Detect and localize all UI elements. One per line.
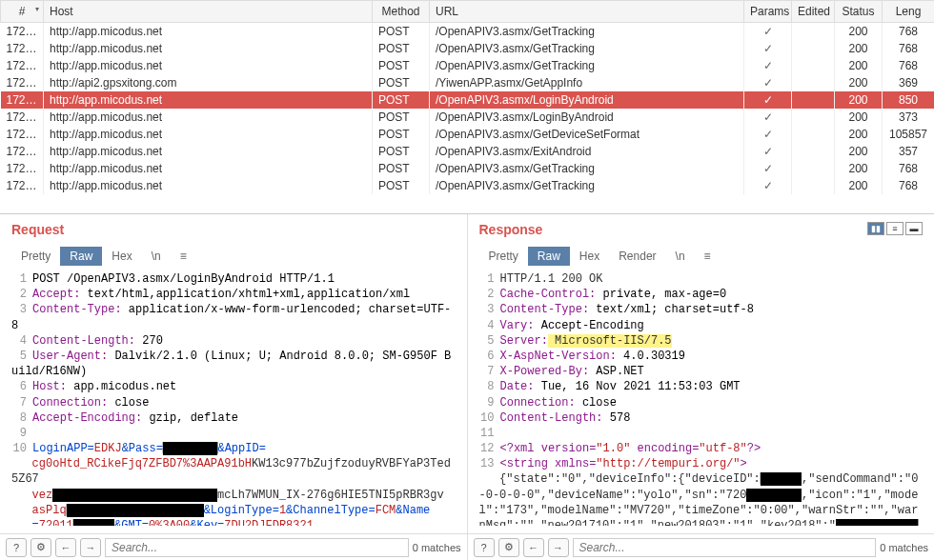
- layout-two-column-icon[interactable]: ▮▮: [867, 222, 884, 235]
- prev-button-resp[interactable]: ←: [523, 538, 544, 557]
- footer: ? ⚙ ← → 0 matches ? ⚙ ← → 0 matches: [0, 533, 934, 560]
- request-title: Request: [11, 222, 456, 237]
- response-title: Response: [479, 222, 924, 237]
- prev-button[interactable]: ←: [55, 538, 76, 557]
- next-button-resp[interactable]: →: [548, 538, 569, 557]
- response-body[interactable]: 1HTTP/1.1 200 OK 2Cache-Control: private…: [479, 271, 924, 526]
- layout-single-icon[interactable]: ▬: [905, 222, 923, 235]
- tab-hex-resp[interactable]: Hex: [570, 247, 609, 266]
- tab-newline-resp[interactable]: \n: [666, 247, 695, 266]
- tab-newline[interactable]: \n: [142, 247, 171, 266]
- tab-raw-resp[interactable]: Raw: [528, 247, 570, 266]
- tab-hex[interactable]: Hex: [102, 247, 141, 266]
- table-row[interactable]: 17227http://app.micodus.netPOST/OpenAPIV…: [1, 177, 935, 194]
- search-input-request[interactable]: [105, 538, 409, 557]
- col-params[interactable]: Params: [744, 1, 792, 23]
- col-num[interactable]: #▾: [1, 1, 44, 23]
- panels-container: Request Pretty Raw Hex \n ≡ 1POST /OpenA…: [0, 214, 934, 533]
- table-row[interactable]: 17231http://app.micodus.netPOST/OpenAPIV…: [1, 109, 935, 126]
- table-row[interactable]: 17228http://app.micodus.netPOST/OpenAPIV…: [1, 160, 935, 177]
- table-row[interactable]: 17230http://app.micodus.netPOST/OpenAPIV…: [1, 126, 935, 143]
- request-panel: Request Pretty Raw Hex \n ≡ 1POST /OpenA…: [0, 214, 468, 533]
- request-tabs: Pretty Raw Hex \n ≡: [11, 247, 456, 266]
- help-button[interactable]: ?: [6, 538, 27, 557]
- table-row[interactable]: 17236http://app.micodus.netPOST/OpenAPIV…: [1, 23, 935, 41]
- sort-arrow-icon: ▾: [35, 5, 39, 13]
- tab-pretty[interactable]: Pretty: [11, 247, 60, 266]
- gear-icon[interactable]: ⚙: [30, 538, 51, 557]
- table-row[interactable]: 17229http://app.micodus.netPOST/OpenAPIV…: [1, 143, 935, 160]
- matches-label: 0 matches: [413, 542, 461, 553]
- proxy-history-table[interactable]: #▾ Host Method URL Params Edited Status …: [0, 0, 934, 194]
- tab-raw[interactable]: Raw: [60, 247, 102, 266]
- col-edited[interactable]: Edited: [792, 1, 835, 23]
- col-length[interactable]: Leng: [883, 1, 935, 23]
- col-method[interactable]: Method: [373, 1, 430, 23]
- gear-icon-resp[interactable]: ⚙: [498, 538, 519, 557]
- tab-render-resp[interactable]: Render: [609, 247, 665, 266]
- request-table-area: #▾ Host Method URL Params Edited Status …: [0, 0, 934, 214]
- hamburger-icon[interactable]: ≡: [174, 247, 193, 266]
- layout-rows-icon[interactable]: ≡: [886, 222, 904, 235]
- col-url[interactable]: URL: [430, 1, 744, 23]
- response-panel: ▮▮ ≡ ▬ Response Pretty Raw Hex Render \n…: [468, 214, 935, 533]
- request-body[interactable]: 1POST /OpenAPIV3.asmx/LoginByAndroid HTT…: [11, 271, 456, 526]
- table-row[interactable]: 17234http://app.micodus.netPOST/OpenAPIV…: [1, 57, 935, 74]
- response-tabs: Pretty Raw Hex Render \n ≡: [479, 247, 924, 266]
- table-row[interactable]: 17233http://api2.gpsxitong.comPOST/Yiwen…: [1, 74, 935, 91]
- col-host[interactable]: Host: [44, 1, 373, 23]
- table-row[interactable]: 17235http://app.micodus.netPOST/OpenAPIV…: [1, 40, 935, 57]
- tab-pretty-resp[interactable]: Pretty: [479, 247, 528, 266]
- col-status[interactable]: Status: [835, 1, 883, 23]
- search-input-response[interactable]: [573, 538, 877, 557]
- next-button[interactable]: →: [80, 538, 101, 557]
- table-row[interactable]: 17232http://app.micodus.netPOST/OpenAPIV…: [1, 91, 935, 109]
- matches-label-resp: 0 matches: [880, 542, 928, 553]
- help-button-resp[interactable]: ?: [474, 538, 495, 557]
- hamburger-icon-resp[interactable]: ≡: [699, 247, 717, 266]
